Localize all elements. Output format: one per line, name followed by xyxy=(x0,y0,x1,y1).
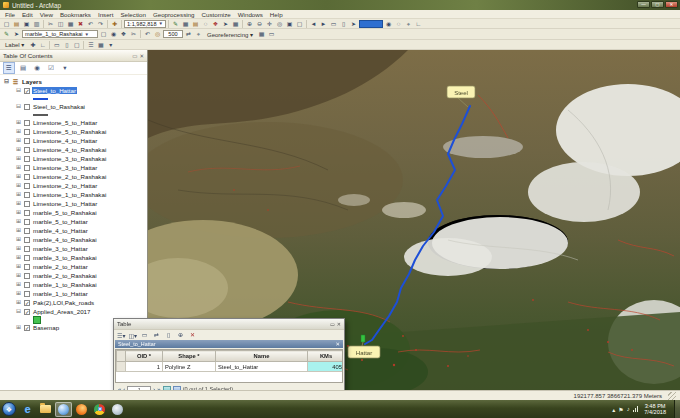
row-selector[interactable] xyxy=(117,362,126,372)
dock-icon[interactable]: ▭ xyxy=(330,321,335,327)
layer-visibility-checkbox[interactable] xyxy=(24,138,30,144)
layer-visibility-checkbox[interactable] xyxy=(24,165,30,171)
toc-layer-item[interactable]: ⊞ marble_1_to_Hattar xyxy=(3,289,147,298)
hattar-point-marker[interactable] xyxy=(361,335,365,342)
toc-layer-item[interactable]: ⊞ marble_3_to_Hattar xyxy=(3,244,147,253)
cell-oid[interactable]: 1 xyxy=(126,362,163,372)
cut-icon[interactable]: ✂ xyxy=(46,20,55,28)
resize-grip[interactable] xyxy=(668,392,676,400)
cell-kms[interactable]: 405 xyxy=(308,362,344,372)
expander-icon[interactable]: ⊞ xyxy=(15,191,22,198)
expander-icon[interactable]: ⊞ xyxy=(15,209,22,216)
identify-icon[interactable]: ◉ xyxy=(384,20,393,28)
select-features-icon[interactable]: ▭ xyxy=(329,20,338,28)
attributes-icon[interactable]: ◉ xyxy=(109,30,118,38)
layer-visibility-checkbox[interactable] xyxy=(24,282,30,288)
layer-visibility-checkbox[interactable] xyxy=(24,183,30,189)
expander-icon[interactable]: ⊞ xyxy=(15,290,22,297)
list-by-source-icon[interactable]: ▤ xyxy=(17,62,29,74)
toc-layer-item[interactable]: ⊞ marble_4_to_Rashakai xyxy=(3,235,147,244)
row-selector-header[interactable] xyxy=(117,351,126,362)
toc-layer-item[interactable]: ⊞ Limestone_2_to_Rashakai xyxy=(3,172,147,181)
toc-layer-item[interactable]: ⊞ ✓ Pak(2),LOI,Pak_roads xyxy=(3,298,147,307)
toc-layer-item[interactable]: ⊞ Limestone_4_to_Hattar xyxy=(3,136,147,145)
menu-file[interactable]: File xyxy=(5,11,15,18)
layer-visibility-checkbox[interactable] xyxy=(24,129,30,135)
layer-symbol[interactable] xyxy=(3,95,147,102)
start-button[interactable]: ❖ xyxy=(2,402,16,416)
layer-visibility-checkbox[interactable] xyxy=(24,174,30,180)
col-shape[interactable]: Shape * xyxy=(163,351,216,362)
menu-windows[interactable]: Windows xyxy=(238,11,263,18)
layer-visibility-checkbox[interactable] xyxy=(24,246,30,252)
network-icon[interactable] xyxy=(633,406,639,412)
toc-layer-item[interactable]: ⊞ marble_2_to_Rashakai xyxy=(3,271,147,280)
pan-icon[interactable]: ✛ xyxy=(265,20,274,28)
toc-layer-item[interactable]: ⊞ Limestone_4_to_Rashakai xyxy=(3,145,147,154)
find-icon[interactable]: ◌ xyxy=(394,20,403,28)
expander-icon[interactable]: ⊞ xyxy=(15,146,22,153)
expander-icon[interactable]: ⊞ xyxy=(15,236,22,243)
taskbar-clock[interactable]: 3:48 PM 7/4/2018 xyxy=(641,403,669,416)
expander-icon[interactable]: ⊞ xyxy=(15,137,22,144)
expander-icon[interactable]: ⊞ xyxy=(15,227,22,234)
toc-layer-item[interactable]: ⊞ Limestone_1_to_Hattar xyxy=(3,199,147,208)
table-window-titlebar[interactable]: Table ▭ ✕ xyxy=(114,319,344,330)
lock-labels-icon[interactable]: ▭ xyxy=(52,41,61,49)
table-options-icon[interactable]: ☰▾ xyxy=(117,332,125,339)
expander-icon[interactable]: ⊟ xyxy=(15,103,22,110)
expander-icon[interactable]: ⊞ xyxy=(15,173,22,180)
close-icon[interactable]: ✕ xyxy=(335,341,340,347)
delete-selected-icon[interactable]: ✕ xyxy=(188,331,197,339)
clear-selection-icon[interactable]: ▯ xyxy=(164,331,173,339)
menu-view[interactable]: View xyxy=(40,11,53,18)
maximize-button[interactable]: ▢ xyxy=(651,1,664,8)
switch-selection-icon[interactable]: ⇄ xyxy=(152,331,161,339)
view-unplaced-icon[interactable]: ▢ xyxy=(72,41,81,49)
close-icon[interactable]: ✕ xyxy=(139,53,144,59)
forward-extent-icon[interactable]: ► xyxy=(319,20,328,28)
taskbar-chrome[interactable] xyxy=(91,402,108,417)
list-by-drawing-order-icon[interactable]: ☰ xyxy=(3,62,15,74)
expander-icon[interactable]: ⊞ xyxy=(15,254,22,261)
taskbar-internet-explorer[interactable]: e xyxy=(19,402,36,417)
expander-icon[interactable]: ⊞ xyxy=(15,200,22,207)
list-by-visibility-icon[interactable]: ◉ xyxy=(31,62,43,74)
menu-help[interactable]: Help xyxy=(270,11,283,18)
layer-visibility-checkbox[interactable]: ✓ xyxy=(24,300,30,306)
copy-icon[interactable]: ◫ xyxy=(56,20,65,28)
layer-visibility-checkbox[interactable] xyxy=(24,255,30,261)
new-document-icon[interactable]: ▢ xyxy=(2,20,11,28)
expander-icon[interactable]: ⊞ xyxy=(15,218,22,225)
cell-shape[interactable]: Polyline Z xyxy=(163,362,216,372)
close-button[interactable]: ✕ xyxy=(665,1,678,8)
menu-edit[interactable]: Edit xyxy=(22,11,33,18)
toc-layer-item[interactable]: ⊞ marble_2_to_Hattar xyxy=(3,262,147,271)
active-tool-highlight[interactable] xyxy=(359,20,383,28)
close-icon[interactable]: ✕ xyxy=(337,321,341,327)
search-icon[interactable]: ◌ xyxy=(201,20,210,28)
layer-visibility-checkbox[interactable] xyxy=(24,273,30,279)
back-extent-icon[interactable]: ◄ xyxy=(309,20,318,28)
auto-adjust-icon[interactable]: ⇄ xyxy=(184,30,193,38)
catalog-icon[interactable]: ▤ xyxy=(191,20,200,28)
menu-selection[interactable]: Selection xyxy=(120,11,145,18)
viewer-icon[interactable]: ◎ xyxy=(153,30,162,38)
expander-icon[interactable]: ⊞ xyxy=(15,281,22,288)
layer-visibility-checkbox[interactable] xyxy=(24,192,30,198)
redo-icon[interactable]: ↷ xyxy=(96,20,105,28)
expander-icon[interactable]: ⊞ xyxy=(15,182,22,189)
label-manager-icon[interactable]: ☰ xyxy=(86,41,95,49)
expander-icon[interactable]: ⊞ xyxy=(15,128,22,135)
menu-insert[interactable]: Insert xyxy=(98,11,113,18)
show-desktop-button[interactable] xyxy=(674,400,680,418)
expander-icon[interactable]: ⊞ xyxy=(15,245,22,252)
layer-visibility-checkbox[interactable] xyxy=(24,104,30,110)
layer-visibility-checkbox[interactable] xyxy=(24,147,30,153)
toc-layer-item[interactable]: ⊞ marble_4_to_Hattar xyxy=(3,226,147,235)
col-name[interactable]: Name xyxy=(216,351,308,362)
menu-customize[interactable]: Customize xyxy=(202,11,231,18)
add-data-icon[interactable]: ✚ xyxy=(110,20,119,28)
expander-icon[interactable]: ⊞ xyxy=(15,272,22,279)
layer-visibility-checkbox[interactable]: ✓ xyxy=(24,309,30,315)
